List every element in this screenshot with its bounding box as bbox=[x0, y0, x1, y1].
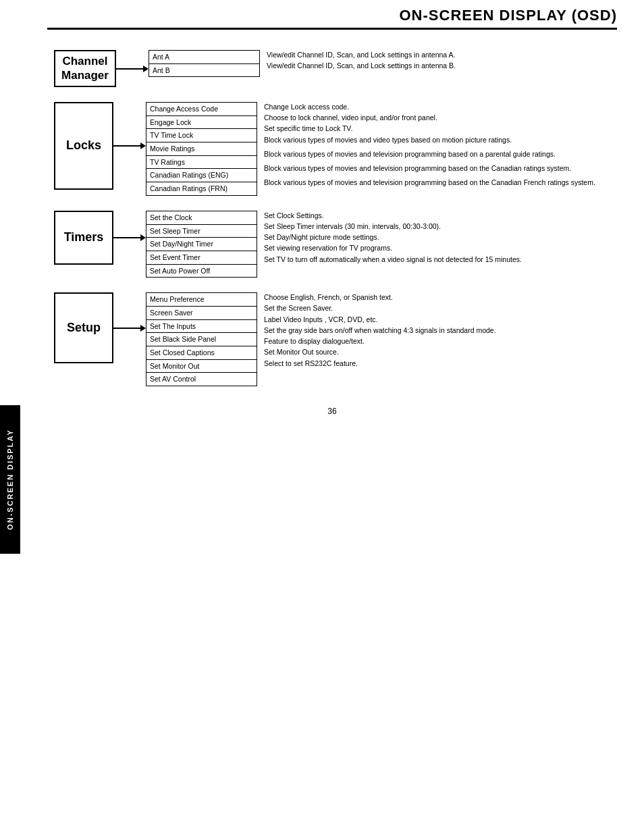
item-set-monitor-out: Set Monitor Out bbox=[146, 360, 257, 373]
item-set-av-control: Set AV Control bbox=[146, 373, 257, 386]
item-tv-time-lock: TV Time Lock bbox=[146, 129, 257, 142]
connector-locks bbox=[113, 142, 146, 149]
desc-set-the-inputs: Label Video Inputs , VCR, DVD, etc. bbox=[264, 315, 610, 325]
main-content: ON-SCREEN DISPLAY (OSD) ChannelManager A… bbox=[20, 0, 644, 429]
desc-tv-time-lock: Set specific time to Lock TV. bbox=[264, 124, 610, 134]
desc-engage-lock: Choose to lock channel, video input, and… bbox=[264, 113, 610, 123]
desc-set-monitor-out: Set Monitor Out source. bbox=[264, 347, 610, 357]
item-ant-b: Ant B bbox=[149, 64, 259, 77]
desc-movie-ratings: Block various types of movies and video … bbox=[264, 135, 610, 145]
connector-line-setup bbox=[113, 328, 140, 329]
left-col-setup: Setup bbox=[54, 292, 146, 363]
item-engage-lock: Engage Lock bbox=[146, 116, 257, 130]
descriptions-locks: Change Lock access code. Choose to lock … bbox=[257, 102, 610, 189]
descriptions-channel-manager: View/edit Channel ID, Scan, and Lock set… bbox=[260, 50, 610, 72]
page-number: 36 bbox=[47, 407, 617, 429]
connector-arrow bbox=[143, 66, 149, 72]
connector-line-timers bbox=[113, 237, 140, 238]
right-col-setup: Menu Preference Screen Saver Set The Inp… bbox=[146, 292, 610, 386]
desc-set-closed-captions: Feature to display dialogue/text. bbox=[264, 336, 610, 346]
right-col-channel-manager: Ant A Ant B View/edit Channel ID, Scan, … bbox=[149, 50, 610, 77]
item-menu-preference: Menu Preference bbox=[146, 293, 257, 307]
connector-arrow-setup bbox=[140, 325, 146, 332]
left-col-locks: Locks bbox=[54, 102, 146, 190]
desc-change-access-code: Change Lock access code. bbox=[264, 102, 610, 112]
item-set-auto-power-off: Set Auto Power Off bbox=[146, 265, 257, 278]
connector-timers bbox=[113, 234, 146, 241]
connector-setup bbox=[113, 325, 146, 332]
desc-ant-a: View/edit Channel ID, Scan, and Lock set… bbox=[267, 50, 610, 60]
item-set-clock: Set the Clock bbox=[146, 211, 257, 225]
item-set-closed-captions: Set Closed Captions bbox=[146, 346, 257, 360]
desc-menu-preference: Choose English, French, or Spanish text. bbox=[264, 292, 610, 303]
desc-set-day-night-timer: Set Day/Night picture mode settings. bbox=[264, 232, 610, 242]
diagram-area: ChannelManager Ant A Ant B View/edit Cha… bbox=[47, 50, 617, 386]
section-timers: Timers Set the Clock Set Sleep Timer Set… bbox=[54, 211, 610, 278]
item-canadian-ratings-frn: Canadian Ratings (FRN) bbox=[146, 182, 257, 195]
item-set-black-side-panel: Set Black Side Panel bbox=[146, 333, 257, 346]
left-col-channel-manager: ChannelManager bbox=[54, 50, 149, 87]
descriptions-timers: Set Clock Settings. Set Sleep Timer inte… bbox=[257, 211, 610, 265]
item-movie-ratings: Movie Ratings bbox=[146, 142, 257, 156]
desc-canadian-ratings-eng: Block various types of movies and televi… bbox=[264, 163, 610, 174]
item-set-event-timer: Set Event Timer bbox=[146, 251, 257, 265]
section-channel-manager: ChannelManager Ant A Ant B View/edit Cha… bbox=[54, 50, 610, 87]
item-canadian-ratings-eng: Canadian Ratings (ENG) bbox=[146, 169, 257, 182]
desc-set-sleep-timer: Set Sleep Timer intervals (30 min. inter… bbox=[264, 221, 610, 232]
category-box-locks: Locks bbox=[54, 102, 113, 190]
right-col-timers: Set the Clock Set Sleep Timer Set Day/Ni… bbox=[146, 211, 610, 278]
items-table-locks: Change Access Code Engage Lock TV Time L… bbox=[146, 102, 257, 196]
section-setup: Setup Menu Preference Screen Saver Set T… bbox=[54, 292, 610, 386]
items-table-timers: Set the Clock Set Sleep Timer Set Day/Ni… bbox=[146, 211, 257, 278]
desc-set-black-side-panel: Set the gray side bars on/off when watch… bbox=[264, 325, 610, 336]
page-title: ON-SCREEN DISPLAY (OSD) bbox=[400, 7, 618, 24]
desc-set-av-control: Select to set RS232C feature. bbox=[264, 359, 610, 369]
item-set-sleep-timer: Set Sleep Timer bbox=[146, 225, 257, 238]
item-set-the-inputs: Set The Inputs bbox=[146, 320, 257, 334]
item-tv-ratings: TV Ratings bbox=[146, 156, 257, 170]
sidebar: ON-SCREEN DISPLAY bbox=[0, 405, 20, 554]
desc-tv-ratings: Block various types of movies and televi… bbox=[264, 149, 610, 159]
item-screen-saver: Screen Saver bbox=[146, 307, 257, 320]
item-ant-a: Ant A bbox=[149, 51, 259, 64]
desc-set-clock: Set Clock Settings. bbox=[264, 211, 610, 221]
item-set-day-night-timer: Set Day/Night Timer bbox=[146, 238, 257, 251]
items-table-channel-manager: Ant A Ant B bbox=[149, 50, 260, 77]
left-col-timers: Timers bbox=[54, 211, 146, 265]
connector-channel-manager bbox=[116, 66, 149, 72]
connector-arrow-locks bbox=[140, 142, 146, 149]
items-table-setup: Menu Preference Screen Saver Set The Inp… bbox=[146, 292, 257, 386]
desc-screen-saver: Set the Screen Saver. bbox=[264, 303, 610, 313]
section-locks: Locks Change Access Code Engage Lock TV … bbox=[54, 102, 610, 196]
connector-arrow-timers bbox=[140, 234, 146, 241]
sidebar-label: ON-SCREEN DISPLAY bbox=[6, 429, 14, 530]
desc-ant-b: View/edit Channel ID, Scan, and Lock set… bbox=[267, 61, 610, 71]
right-col-locks: Change Access Code Engage Lock TV Time L… bbox=[146, 102, 610, 196]
category-box-channel-manager: ChannelManager bbox=[54, 50, 116, 87]
category-box-setup: Setup bbox=[54, 292, 113, 363]
desc-set-event-timer: Set viewing reservation for TV programs. bbox=[264, 243, 610, 253]
connector-line bbox=[116, 68, 143, 70]
category-box-timers: Timers bbox=[54, 211, 113, 265]
desc-set-auto-power-off: Set TV to turn off automatically when a … bbox=[264, 255, 610, 265]
desc-canadian-ratings-frn: Block various types of movies and televi… bbox=[264, 178, 610, 188]
item-change-access-code: Change Access Code bbox=[146, 103, 257, 116]
page-title-bar: ON-SCREEN DISPLAY (OSD) bbox=[47, 0, 617, 30]
connector-line-locks bbox=[113, 145, 140, 147]
descriptions-setup: Choose English, French, or Spanish text.… bbox=[257, 292, 610, 369]
